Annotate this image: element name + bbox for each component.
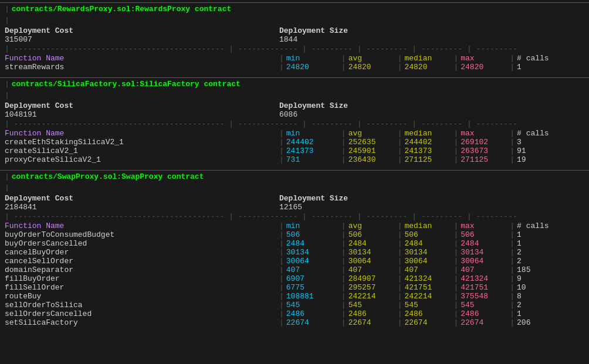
cell-avg: 295257 (348, 283, 395, 292)
col-header-median: median (404, 54, 451, 63)
cell-max: 545 (461, 301, 507, 309)
cell-calls: 8 (517, 292, 522, 301)
cell-max: 24820 (461, 63, 507, 72)
cell-function-name: proxyCreateSilicaV2_1 (5, 155, 279, 164)
cell-avg: 252635 (348, 138, 395, 147)
cell-median: 24820 (404, 63, 451, 72)
table-row: buyOrdersCancelled|2484|2484|2484|2484|1 (5, 239, 584, 248)
cell-median: 22674 (404, 318, 451, 327)
cell-min: 22674 (286, 318, 339, 327)
col-header-avg: avg (348, 129, 395, 138)
cell-avg: 506 (348, 230, 395, 239)
cell-min: 2486 (286, 309, 339, 318)
contract-header: |contracts/RewardsProxy.sol:RewardsProxy… (0, 2, 589, 15)
contract-block-rewards-proxy: |contracts/RewardsProxy.sol:RewardsProxy… (0, 2, 589, 73)
cell-calls: 185 (517, 266, 530, 274)
column-headers-row: Function Name|min|avg|median|max|# calls (5, 129, 584, 138)
cell-median: 2486 (404, 309, 451, 318)
table-row: createEthStakingSilicaV2_1|244402|252635… (5, 138, 584, 147)
cell-min: 506 (286, 230, 339, 239)
cell-function-name: routeBuy (5, 292, 279, 301)
cell-avg: 245901 (348, 147, 395, 155)
cell-median: 30134 (404, 248, 451, 257)
col-header-min: min (286, 222, 339, 230)
cell-avg: 30134 (348, 248, 395, 257)
col-header-median: median (404, 222, 451, 230)
cell-calls: 9 (517, 274, 522, 283)
main-container: |contracts/RewardsProxy.sol:RewardsProxy… (0, 0, 589, 335)
cell-max: 421751 (461, 283, 507, 292)
cell-avg: 236430 (348, 155, 395, 164)
cell-max: 421324 (461, 274, 507, 283)
col-header-calls: # calls (517, 129, 549, 138)
cell-calls: 19 (517, 155, 526, 164)
table-row: streamRewards|24820|24820|24820|24820|1 (5, 63, 584, 72)
cell-function-name: createSilicaV2_1 (5, 147, 279, 155)
cell-max: 30064 (461, 257, 507, 266)
cell-min: 6775 (286, 283, 339, 292)
column-headers-row: Function Name|min|avg|median|max|# calls (5, 222, 584, 230)
cell-min: 30064 (286, 257, 339, 266)
cell-avg: 2486 (348, 309, 395, 318)
cell-calls: 2 (517, 301, 522, 309)
deploy-cost-value: 2184841 (5, 203, 279, 212)
deploy-size-value: 1844 (279, 35, 297, 44)
cell-function-name: domainSeparator (5, 266, 279, 274)
cell-avg: 284907 (348, 274, 395, 283)
table-row: fillBuyOrder|6907|284907|421324|421324|9 (5, 274, 584, 283)
cell-median: 30064 (404, 257, 451, 266)
col-header-min: min (286, 54, 339, 63)
cell-max: 22674 (461, 318, 507, 327)
cell-max: 2484 (461, 239, 507, 248)
cell-function-name: buyOrderToConsumedBudget (5, 230, 279, 239)
deploy-cost-row: Deployment CostDeployment Size (5, 101, 584, 110)
col-header-calls: # calls (517, 222, 549, 230)
cell-min: 30134 (286, 248, 339, 257)
table-row: cancelBuyOrder|30134|30134|30134|30134|2 (5, 248, 584, 257)
cell-max: 30134 (461, 248, 507, 257)
col-header-function-name: Function Name (5, 222, 279, 230)
cell-calls: 206 (517, 318, 530, 327)
contract-header-text: contracts/SwapProxy.sol:SwapProxy contra… (12, 172, 204, 181)
deploy-cost-value: 315007 (5, 35, 279, 44)
table-area: Deployment CostDeployment Size1048191608… (0, 100, 589, 165)
contract-header-text: contracts/RewardsProxy.sol:RewardsProxy … (12, 5, 231, 13)
cell-calls: 10 (517, 283, 526, 292)
cell-calls: 3 (517, 138, 522, 147)
deploy-size-label: Deployment Size (279, 101, 348, 110)
cell-median: 271125 (404, 155, 451, 164)
table-row: fillSellOrder|6775|295257|421751|421751|… (5, 283, 584, 292)
separator-before-headers: | --------------------------------------… (5, 119, 584, 129)
cell-function-name: cancelBuyOrder (5, 248, 279, 257)
col-header-max: max (461, 54, 507, 63)
cell-calls: 1 (517, 230, 522, 239)
cell-min: 2484 (286, 239, 339, 248)
col-header-function-name: Function Name (5, 129, 279, 138)
cell-calls: 1 (517, 309, 522, 318)
col-header-calls: # calls (517, 54, 549, 63)
table-row: domainSeparator|407|407|407|407|185 (5, 266, 584, 274)
deploy-size-value: 6086 (279, 110, 297, 119)
separator-dashes: | (0, 15, 589, 25)
cell-min: 6907 (286, 274, 339, 283)
deploy-size-value: 12165 (279, 203, 302, 212)
cell-min: 545 (286, 301, 339, 309)
cell-function-name: setSilicaFactory (5, 318, 279, 327)
contract-header: |contracts/SilicaFactory.sol:SilicaFacto… (0, 77, 589, 90)
cell-median: 407 (404, 266, 451, 274)
col-header-avg: avg (348, 222, 395, 230)
cell-avg: 22674 (348, 318, 395, 327)
deploy-cost-value: 1048191 (5, 110, 279, 119)
table-row: sellOrdersCancelled|2486|2486|2486|2486|… (5, 309, 584, 318)
cell-max: 375548 (461, 292, 507, 301)
deploy-cost-label: Deployment Cost (5, 194, 279, 203)
cell-function-name: fillBuyOrder (5, 274, 279, 283)
separator-dashes: | (0, 183, 589, 193)
cell-median: 244402 (404, 138, 451, 147)
cell-min: 108881 (286, 292, 339, 301)
cell-max: 269102 (461, 138, 507, 147)
cell-avg: 30064 (348, 257, 395, 266)
table-row: sellOrderToSilica|545|545|545|545|2 (5, 301, 584, 309)
cell-function-name: buyOrdersCancelled (5, 239, 279, 248)
cell-median: 2484 (404, 239, 451, 248)
